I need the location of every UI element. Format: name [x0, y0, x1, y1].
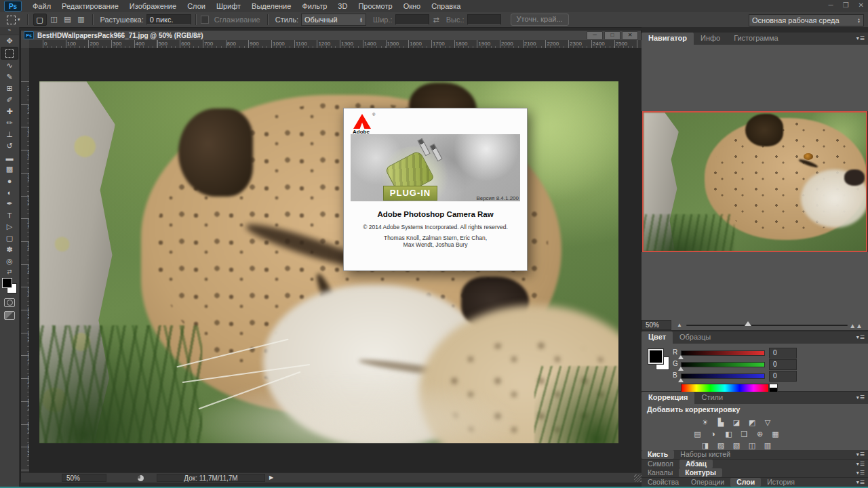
adjustment-exposure-icon[interactable]: ◩	[747, 418, 758, 427]
panel-menu-icon[interactable]: ▾☰	[856, 35, 865, 41]
zoom-out-icon[interactable]: ▲	[677, 322, 682, 328]
tab-Навигатор[interactable]: Навигатор	[642, 33, 694, 45]
panel-menu-icon[interactable]: ▾☰	[856, 479, 865, 485]
screen-mode-button[interactable]	[4, 311, 15, 320]
menu-Шрифт[interactable]: Шрифт	[211, 1, 246, 12]
menu-Слои[interactable]: Слои	[182, 1, 211, 12]
adjustment-levels-icon[interactable]: ▙	[715, 418, 727, 427]
tab-Образцы[interactable]: Образцы	[673, 331, 717, 344]
channel-slider-G[interactable]	[681, 362, 765, 367]
panel-menu-icon[interactable]: ▾☰	[856, 461, 865, 467]
menu-Окно[interactable]: Окно	[398, 1, 427, 12]
tab-Инфо[interactable]: Инфо	[694, 33, 727, 45]
panel-menu-icon[interactable]: ▾☰	[856, 470, 865, 476]
adjustment-posterize-icon[interactable]: ▨	[715, 441, 727, 450]
adjustment-channel-mixer-icon[interactable]: ⊕	[754, 429, 766, 439]
adjustment-black-white-icon[interactable]: ◧	[723, 429, 734, 439]
menu-Выделение[interactable]: Выделение	[246, 1, 296, 12]
antialias-checkbox[interactable]	[201, 16, 209, 24]
tool-preset-picker[interactable]: ▾	[4, 14, 23, 26]
adjustment-gradient-map-icon[interactable]: ◫	[747, 441, 758, 450]
feather-input[interactable]: 0 пикс.	[146, 14, 191, 25]
crop-tool[interactable]: ⊞	[1, 83, 18, 94]
channel-slider-thumb[interactable]	[678, 378, 684, 382]
zoom-tool[interactable]: ◎	[1, 256, 18, 267]
adjustment-color-lookup-icon[interactable]: ▦	[770, 429, 781, 439]
selection-mode-0[interactable]: ▢	[33, 14, 47, 26]
tab-История[interactable]: История	[761, 478, 801, 487]
menu-Изображение[interactable]: Изображение	[124, 1, 182, 12]
channel-value-G[interactable]: 0	[769, 359, 797, 370]
adjustment-hue-saturation-icon[interactable]: ▤	[692, 429, 703, 439]
refine-edge-button[interactable]: Уточн. край...	[511, 14, 569, 26]
tab-Гистограмма[interactable]: Гистограмма	[727, 33, 785, 45]
rectangular-marquee-tool[interactable]	[1, 47, 18, 60]
workspace-dropdown[interactable]: Основная рабочая среда ▲▼	[749, 14, 864, 26]
doc-maximize-button[interactable]: □	[604, 31, 620, 40]
rectangle-tool[interactable]: ▢	[1, 232, 18, 244]
menu-Фильтр[interactable]: Фильтр	[296, 1, 332, 12]
lasso-tool[interactable]: ∿	[1, 60, 18, 71]
adjustment-curves-icon[interactable]: ◪	[731, 418, 743, 427]
navigator-thumbnail[interactable]	[642, 111, 867, 252]
toolbar-collapse-button[interactable]: »	[0, 27, 19, 35]
panel-menu-icon[interactable]: ▾☰	[856, 394, 865, 401]
move-tool[interactable]: ✥	[1, 35, 18, 47]
swap-dimensions-icon[interactable]: ⇄	[433, 16, 439, 24]
eraser-tool[interactable]: ▬	[1, 152, 18, 163]
height-input[interactable]	[467, 14, 501, 25]
tab-Цвет[interactable]: Цвет	[642, 331, 673, 344]
app-close-button[interactable]: ✕	[859, 0, 864, 11]
tab-Контуры[interactable]: Контуры	[679, 468, 722, 477]
swap-colors-icon[interactable]: ⇄	[0, 268, 19, 275]
menu-3D[interactable]: 3D	[332, 1, 353, 12]
channel-value-R[interactable]: 0	[769, 348, 797, 359]
channel-value-B[interactable]: 0	[769, 371, 797, 382]
foreground-color-swatch[interactable]	[2, 278, 12, 288]
tab-Стили[interactable]: Стили	[694, 392, 730, 404]
tab-Символ[interactable]: Символ	[642, 460, 679, 468]
navigator-zoom-field[interactable]: 50%	[642, 320, 671, 330]
width-input[interactable]	[395, 14, 429, 25]
selection-mode-2[interactable]: ▤	[62, 14, 74, 24]
tab-Операции[interactable]: Операции	[685, 478, 730, 487]
eyedropper-tool[interactable]: ✐	[1, 94, 18, 106]
selection-mode-1[interactable]: ◫	[48, 14, 60, 24]
adjustment-threshold-icon[interactable]: ▧	[731, 441, 743, 450]
adjustment-invert-icon[interactable]: ◨	[700, 441, 711, 450]
app-minimize-button[interactable]: ─	[829, 0, 833, 11]
healing-brush-tool[interactable]: ✚	[1, 106, 18, 117]
path-selection-tool[interactable]: ▷	[1, 221, 18, 232]
tab-Кисть[interactable]: Кисть	[642, 450, 674, 459]
hand-tool[interactable]: ✽	[1, 244, 18, 256]
document-title-bar[interactable]: Ps BestHDWallpapersPack966_71.jpg @ 50% …	[21, 30, 641, 41]
tab-Коррекция[interactable]: Коррекция	[642, 392, 694, 404]
history-brush-tool[interactable]: ↺	[1, 140, 18, 152]
status-zoom-field[interactable]: 50%	[62, 474, 106, 482]
tab-Абзац[interactable]: Абзац	[679, 460, 713, 468]
type-tool[interactable]: T	[1, 209, 18, 221]
gradient-tool[interactable]: ▩	[1, 163, 18, 175]
quick-selection-tool[interactable]: ✎	[1, 71, 18, 83]
menu-Справка[interactable]: Справка	[426, 1, 466, 12]
dodge-tool[interactable]: ◐	[1, 186, 18, 198]
adjustment-selective-color-icon[interactable]: ▥	[762, 441, 774, 450]
menu-Редактирование[interactable]: Редактирование	[56, 1, 124, 12]
panel-menu-icon[interactable]: ▾☰	[856, 334, 865, 340]
menu-Файл[interactable]: Файл	[27, 1, 56, 12]
tab-Слои[interactable]: Слои	[730, 478, 761, 487]
quick-mask-button[interactable]	[4, 298, 15, 307]
adjustment-vibrance-icon[interactable]: ▽	[762, 418, 774, 427]
canvas-area[interactable]: ® Adobe PLUG-IN Версия 8.4.1.200 Adobe P…	[29, 48, 642, 472]
adjustment-color-balance-icon[interactable]: ◑	[707, 429, 719, 439]
clone-stamp-tool[interactable]: ⊥	[1, 129, 18, 140]
doc-minimize-button[interactable]: ─	[587, 31, 603, 40]
blur-tool[interactable]: ●	[1, 175, 18, 186]
status-expand-button[interactable]: ▶	[269, 474, 273, 481]
adjustment-photo-filter-icon[interactable]: ❑	[738, 429, 750, 439]
tab-Каналы[interactable]: Каналы	[642, 468, 679, 477]
panel-menu-icon[interactable]: ▾☰	[856, 451, 865, 458]
channel-slider-R[interactable]	[681, 350, 765, 356]
selection-mode-3[interactable]: ▥	[75, 14, 87, 24]
channel-slider-B[interactable]	[681, 373, 765, 379]
